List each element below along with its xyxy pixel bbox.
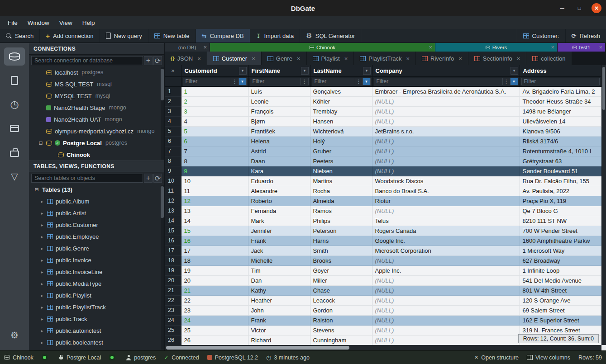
connection-item[interactable]: ⊟ Postgre Local postgres: [29, 137, 164, 149]
cell-lastname[interactable]: Nielsen: [310, 166, 372, 176]
statusbar-item[interactable]: Chinook: [0, 355, 38, 361]
cell-customerid[interactable]: 6: [181, 136, 248, 146]
table-item[interactable]: public.booleantest: [29, 336, 164, 348]
cell-lastname[interactable]: Almeida: [310, 196, 372, 206]
cell-customerid[interactable]: 24: [181, 315, 248, 325]
cell-firstname[interactable]: Jennifer: [248, 226, 310, 236]
cell-customerid[interactable]: 22: [181, 295, 248, 305]
connection-item[interactable]: MYSQL TEST mysql: [29, 90, 164, 102]
cell-company[interactable]: (NULL): [372, 335, 520, 345]
activity-item[interactable]: [4, 95, 25, 113]
cell-customerid[interactable]: 21: [181, 285, 248, 295]
scrollbar-thumb[interactable]: [166, 346, 349, 350]
close-tab-icon[interactable]: ×: [406, 55, 410, 62]
cell-customerid[interactable]: 17: [181, 246, 248, 255]
cell-company[interactable]: (NULL): [372, 275, 520, 285]
chevron-right-icon[interactable]: [40, 199, 44, 204]
statusbar-item[interactable]: [105, 355, 122, 360]
row-number[interactable]: 1: [165, 86, 181, 96]
close-tab-icon[interactable]: ×: [252, 55, 255, 62]
cell-lastname[interactable]: Harris: [310, 236, 372, 246]
cell-firstname[interactable]: Kathy: [248, 285, 310, 295]
cell-company[interactable]: JetBrains s.r.o.: [372, 126, 520, 136]
table-item[interactable]: public.PlaylistTrack: [29, 301, 164, 313]
vertical-scrollbar[interactable]: [601, 65, 606, 345]
row-number[interactable]: 13: [165, 206, 181, 216]
chevron-right-icon[interactable]: [40, 328, 44, 333]
column-menu-chevron-icon[interactable]: [301, 67, 309, 75]
file-tab[interactable]: Customer ×: [207, 52, 262, 65]
cell-lastname[interactable]: Tremblay: [310, 106, 372, 116]
statusbar-item[interactable]: Open structure: [470, 355, 523, 361]
statusbar-item[interactable]: Rows: 59: [574, 355, 606, 361]
filter-menu-icon[interactable]: [231, 78, 239, 85]
chevron-right-icon[interactable]: [40, 293, 44, 298]
connection-item[interactable]: MS SQL TEST mssql: [29, 78, 164, 90]
cell-company[interactable]: Riotur: [372, 196, 520, 206]
close-tab-icon[interactable]: ×: [551, 44, 554, 51]
cell-address[interactable]: 700 W Pender Street: [520, 226, 601, 236]
row-number[interactable]: 24: [165, 315, 181, 325]
row-number[interactable]: 3: [165, 106, 181, 116]
cell-address[interactable]: 1 Infinite Loop: [520, 265, 601, 275]
cell-address[interactable]: Av. Brigadeiro Faria Lima, 2: [520, 86, 601, 96]
filter-input[interactable]: Filter: [312, 78, 355, 85]
activity-item[interactable]: [4, 167, 25, 185]
cell-address[interactable]: Grétrystraat 63: [520, 156, 601, 166]
cell-customerid[interactable]: 8: [181, 156, 248, 166]
filter-funnel-icon[interactable]: [239, 78, 246, 85]
filter-funnel-icon[interactable]: [510, 78, 518, 85]
row-number[interactable]: 18: [165, 255, 181, 265]
cell-customerid[interactable]: 3: [181, 106, 248, 116]
cell-firstname[interactable]: Frank: [248, 315, 310, 325]
expander-icon[interactable]: ⊟: [38, 140, 43, 146]
row-number[interactable]: 12: [165, 196, 181, 206]
cell-lastname[interactable]: Peterson: [310, 226, 372, 236]
close-tab-icon[interactable]: ×: [297, 55, 301, 62]
cell-lastname[interactable]: Wichterlová: [310, 126, 372, 136]
cell-lastname[interactable]: Cunningham: [310, 335, 372, 345]
database-tab[interactable]: test1 ×: [558, 43, 606, 52]
cell-firstname[interactable]: František: [248, 126, 310, 136]
cell-firstname[interactable]: Richard: [248, 335, 310, 345]
add-object-button[interactable]: +: [144, 174, 153, 183]
scrollbar-thumb[interactable]: [161, 186, 164, 218]
toolbar-button[interactable]: Add connection: [40, 29, 100, 43]
cell-lastname[interactable]: Chase: [310, 285, 372, 295]
cell-lastname[interactable]: Gruber: [310, 146, 372, 156]
cell-address[interactable]: 120 S Orange Ave: [520, 295, 601, 305]
cell-firstname[interactable]: Fernanda: [248, 206, 310, 216]
row-number[interactable]: 23: [165, 305, 181, 315]
cell-firstname[interactable]: Astrid: [248, 146, 310, 156]
statusbar-item[interactable]: Postgre Local: [54, 355, 105, 361]
chevron-right-icon[interactable]: [40, 281, 44, 286]
cell-company[interactable]: (NULL): [372, 255, 520, 265]
cell-company[interactable]: (NULL): [372, 285, 520, 295]
row-number[interactable]: 9: [165, 166, 181, 176]
file-tab[interactable]: Genre ×: [262, 52, 307, 65]
cell-firstname[interactable]: Luís: [248, 86, 310, 96]
row-number[interactable]: 7: [165, 146, 181, 156]
cell-lastname[interactable]: Köhler: [310, 96, 372, 106]
close-tab-icon[interactable]: ×: [197, 55, 201, 62]
database-tab[interactable]: Rivers ×: [435, 43, 558, 52]
column-header[interactable]: LastName: [310, 65, 372, 76]
toolbar-button[interactable]: Customer:: [517, 29, 565, 43]
filter-menu-icon[interactable]: [502, 78, 510, 85]
cell-firstname[interactable]: Eduardo: [248, 176, 310, 186]
statusbar-item[interactable]: 3 minutes ago: [262, 354, 314, 361]
connection-item[interactable]: olympus-medportal.vychozi.cz mongo: [29, 125, 164, 137]
cell-address[interactable]: Sønder Boulevard 51: [520, 166, 601, 176]
cell-lastname[interactable]: Holý: [310, 136, 372, 146]
row-number[interactable]: 14: [165, 216, 181, 226]
filter-menu-icon[interactable]: [355, 78, 363, 85]
cell-firstname[interactable]: Victor: [248, 325, 310, 335]
cell-customerid[interactable]: 4: [181, 116, 248, 126]
cell-customerid[interactable]: 25: [181, 325, 248, 335]
cell-address[interactable]: 1 Microsoft Way: [520, 246, 601, 255]
close-tab-icon[interactable]: ×: [344, 55, 348, 62]
menu-item[interactable]: File: [3, 16, 23, 29]
cell-customerid[interactable]: 26: [181, 335, 248, 345]
cell-lastname[interactable]: Ramos: [310, 206, 372, 216]
menu-item[interactable]: Window: [23, 16, 54, 29]
